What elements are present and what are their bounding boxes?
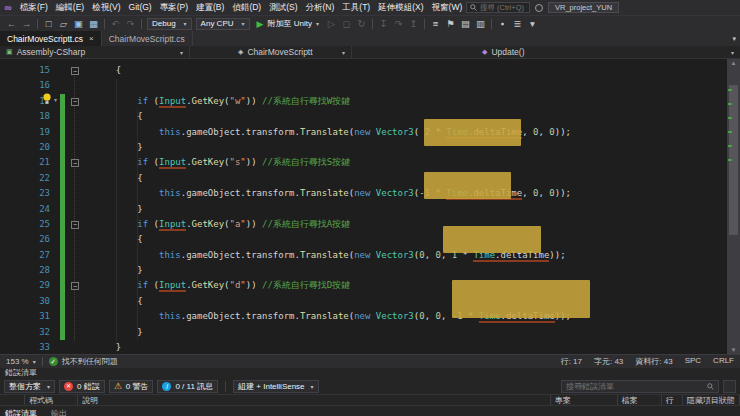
step-over-icon[interactable]: ↷ xyxy=(391,16,406,31)
code-line[interactable]: 32 } xyxy=(0,325,727,340)
code-line[interactable]: 23 this.gameObject.transform.Translate(n… xyxy=(0,186,727,201)
restart-icon[interactable]: ↻ xyxy=(354,16,369,31)
play-outline-icon[interactable]: ▷ xyxy=(324,16,339,31)
collapse-box[interactable]: − xyxy=(71,98,79,106)
tab-close-icon[interactable]: × xyxy=(89,34,94,43)
redo-icon[interactable]: ↷ xyxy=(123,16,138,31)
menu-item[interactable]: 建置(B) xyxy=(192,0,228,15)
tab-list-chevron-icon[interactable]: ▾ xyxy=(732,31,736,46)
stop-icon[interactable]: ◻ xyxy=(339,16,354,31)
severity-column-header[interactable] xyxy=(0,395,25,405)
attach-to-unity-button[interactable]: ▶附加至 Unity▾ xyxy=(252,17,324,30)
new-file-icon[interactable]: □ xyxy=(41,16,56,31)
menu-item[interactable]: 測試(S) xyxy=(265,0,301,15)
bookmark-icon[interactable]: ⚑ xyxy=(443,16,458,31)
code-line[interactable]: 26 { xyxy=(0,232,727,247)
quick-search-input[interactable] xyxy=(480,3,526,12)
error-list-search-box[interactable] xyxy=(561,380,719,393)
undo-icon[interactable]: ↶ xyxy=(108,16,123,31)
quick-search-box[interactable] xyxy=(466,2,530,13)
panel-tab[interactable]: 輸出 xyxy=(51,410,67,416)
toolbar-extra-icon[interactable]: ▪ xyxy=(495,16,510,31)
code-text: { xyxy=(88,294,143,309)
navbar-type-dropdown[interactable]: ◈ ChairMoveScriptt ▾ xyxy=(190,46,352,58)
lightbulb-icon xyxy=(42,93,52,105)
code-line[interactable]: 15− { xyxy=(0,63,727,78)
toolbar-options-icon[interactable]: ≣ xyxy=(510,16,525,31)
code-line[interactable]: 27 this.gameObject.transform.Translate(n… xyxy=(0,248,727,263)
configuration-select[interactable]: Debug▾ xyxy=(147,18,192,30)
code-line[interactable]: 18 { xyxy=(0,109,727,124)
menu-item[interactable]: 延伸模組(X) xyxy=(374,0,427,15)
toolbar-overflow-chevron-icon[interactable]: ▾ xyxy=(525,16,540,31)
comment-icon[interactable]: ▤ xyxy=(458,16,473,31)
menu-item[interactable]: 專案(P) xyxy=(156,0,192,15)
code-line[interactable]: 33 } xyxy=(0,340,727,354)
line-number: 32 xyxy=(0,325,58,340)
outlining-icon[interactable]: ▥ xyxy=(473,16,488,31)
errors-filter-button[interactable]: ✕ 0 錯誤 xyxy=(59,380,105,393)
warnings-filter-button[interactable]: ⚠ 0 警告 xyxy=(109,380,154,393)
collapse-box[interactable]: − xyxy=(71,221,79,229)
panel-tab[interactable]: 錯誤清單 xyxy=(5,410,37,416)
collapse-box[interactable]: − xyxy=(71,159,79,167)
step-out-icon[interactable]: ↥ xyxy=(406,16,421,31)
line-tools-icon[interactable]: ≡ xyxy=(428,16,443,31)
nav-back-icon[interactable]: ← xyxy=(4,16,19,31)
code-line[interactable]: 28 } xyxy=(0,263,727,278)
document-health-indicator[interactable]: ✓ 找不到任何問題 xyxy=(49,356,118,367)
code-line[interactable]: 31 this.gameObject.transform.Translate(n… xyxy=(0,309,727,324)
code-editor[interactable]: 15− {1617− if (Input.GetKey("w")) //系統自行… xyxy=(0,59,740,354)
messages-filter-button[interactable]: i 0 / 11 訊息 xyxy=(157,380,218,393)
save-all-icon[interactable]: ▦ xyxy=(86,16,101,31)
code-line[interactable]: 29− if (Input.GetKey("d")) //系統自行尋找D按鍵 xyxy=(0,278,727,293)
menu-item[interactable]: 檢視(V) xyxy=(88,0,124,15)
save-icon[interactable]: ▣ xyxy=(71,16,86,31)
menu-item[interactable]: 視窗(W) xyxy=(428,0,467,15)
scroll-up-icon[interactable]: ▲ xyxy=(727,60,740,66)
code-line[interactable]: 19 this.gameObject.transform.Translate(n… xyxy=(0,125,727,140)
code-line[interactable]: 30 { xyxy=(0,294,727,309)
open-file-icon[interactable]: ▱ xyxy=(56,16,71,31)
code-line[interactable]: 24 } xyxy=(0,202,727,217)
nav-forward-icon[interactable]: → xyxy=(19,16,34,31)
editor-scrollbar[interactable]: ▲ ▼ xyxy=(727,59,740,354)
scope-filter-label: 整個方案 xyxy=(9,381,41,392)
code-line[interactable]: 17− if (Input.GetKey("w")) //系統自行尋找W按鍵 xyxy=(0,94,727,109)
menu-item[interactable]: 編輯(E) xyxy=(52,0,88,15)
menu-item[interactable]: 工具(T) xyxy=(338,0,374,15)
platform-select[interactable]: Any CPU▾ xyxy=(196,18,250,30)
document-tab[interactable]: ChairMoveScriptt.cs xyxy=(102,31,193,46)
quick-actions-lightbulb[interactable]: ▾ xyxy=(42,93,57,105)
navbar-member-dropdown[interactable]: ◆ Update() ▾ xyxy=(352,46,740,58)
scope-filter-dropdown[interactable]: 整個方案 ▾ xyxy=(4,380,55,393)
zoom-control[interactable]: 153 % ▾ xyxy=(6,357,36,366)
collapse-box[interactable]: − xyxy=(71,67,79,75)
code-line[interactable]: 22 { xyxy=(0,171,727,186)
error-list-search-input[interactable] xyxy=(566,382,704,391)
navbar-project-dropdown[interactable]: ▣ Assembly-CSharp ▾ xyxy=(0,46,190,58)
build-intellisense-dropdown[interactable]: 組建 + IntelliSense ▾ xyxy=(233,380,319,393)
step-into-icon[interactable]: ↧ xyxy=(376,16,391,31)
code-line[interactable]: 21− if (Input.GetKey("s")) //系統自行尋找S按鍵 xyxy=(0,155,727,170)
code-line[interactable]: 25− if (Input.GetKey("a")) //系統自行尋找A按鍵 xyxy=(0,217,727,232)
column-header[interactable]: 檔案 xyxy=(618,395,662,405)
menu-item[interactable]: 檔案(F) xyxy=(16,0,52,15)
account-icon[interactable] xyxy=(535,4,543,12)
column-header[interactable]: 程式碼 xyxy=(25,395,78,405)
collapse-box[interactable]: − xyxy=(71,282,79,290)
chevron-down-icon: ▾ xyxy=(184,20,187,27)
menu-item[interactable]: 偵錯(D) xyxy=(228,0,265,15)
line-number: 18 xyxy=(0,109,58,124)
scroll-down-icon[interactable]: ▼ xyxy=(727,347,740,353)
menu-item[interactable]: 分析(N) xyxy=(302,0,339,15)
code-line[interactable]: 20 } xyxy=(0,140,727,155)
menu-item[interactable]: Git(G) xyxy=(125,0,156,15)
column-header[interactable]: 專案 xyxy=(551,395,618,405)
column-header[interactable]: 行 xyxy=(662,395,683,405)
column-header[interactable]: 隱藏項目狀態 xyxy=(683,395,740,405)
document-tab[interactable]: ChairMoveScriptt.cs× xyxy=(0,31,102,46)
solution-name-button[interactable]: VR_project_YUN xyxy=(548,2,619,13)
code-line[interactable]: 16 xyxy=(0,78,727,93)
column-header[interactable]: 說明 xyxy=(78,395,551,405)
